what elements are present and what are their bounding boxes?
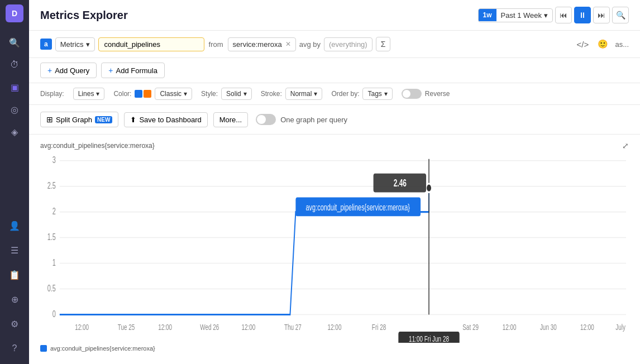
color-label: Color:	[113, 90, 131, 98]
time-label-text: Past 1 Week	[501, 11, 542, 20]
save-icon: ⬆	[130, 116, 136, 124]
stroke-group: Stroke: Normal ▾	[261, 88, 323, 100]
split-graph-icon: ⊞	[46, 115, 53, 124]
one-graph-toggle[interactable]	[256, 114, 276, 125]
order-value: Tags	[367, 90, 381, 98]
svg-text:2.46: 2.46	[394, 177, 407, 188]
sidebar-item-search[interactable]: 🔍	[4, 32, 25, 52]
header: Metrics Explorer 1w Past 1 Week ▾ ⏮ ⏸ ⏭ …	[29, 0, 640, 31]
sidebar-item-monitors[interactable]: ◎	[4, 99, 25, 119]
stroke-label: Stroke:	[261, 90, 282, 98]
sidebar-item-history[interactable]: ⏱	[4, 55, 25, 75]
svg-text:12:00: 12:00	[75, 322, 89, 332]
expand-button[interactable]: ⤢	[622, 141, 629, 150]
svg-text:12:00: 12:00	[241, 322, 255, 332]
color-select[interactable]: Classic ▾	[155, 88, 192, 100]
add-formula-button[interactable]: + Add Formula	[101, 63, 165, 78]
search-button[interactable]: 🔍	[612, 7, 629, 23]
skip-forward-button[interactable]: ⏭	[593, 7, 610, 23]
split-graph-button[interactable]: ⊞ Split Graph NEW	[40, 112, 118, 127]
sidebar-item-dashboard[interactable]: ▣	[4, 77, 25, 97]
sidebar-item-help[interactable]: ?	[4, 338, 25, 358]
add-formula-label: Add Formula	[116, 66, 157, 75]
svg-text:Fri 28: Fri 28	[372, 322, 386, 332]
filter-tag: service:meroxa ✕	[228, 37, 296, 51]
save-dashboard-button[interactable]: ⬆ Save to Dashboard	[124, 112, 207, 127]
svg-text:July: July	[615, 322, 625, 332]
lines-value: Lines	[78, 90, 94, 98]
style-select[interactable]: Solid ▾	[221, 88, 252, 100]
style-group: Style: Solid ▾	[201, 88, 252, 100]
svg-text:Sat 29: Sat 29	[462, 322, 479, 332]
svg-text:12:00: 12:00	[328, 322, 342, 332]
display-label: Display:	[40, 90, 64, 98]
order-group: Order by: Tags ▾	[331, 88, 392, 100]
svg-point-15	[426, 184, 432, 192]
from-label: from	[208, 40, 225, 49]
query-label: a	[40, 39, 52, 50]
chevron-down-icon: ▾	[314, 90, 317, 98]
avg-by-label: avg by	[299, 40, 321, 49]
order-select[interactable]: Tags ▾	[362, 88, 392, 100]
order-label: Order by:	[331, 90, 359, 98]
as-button[interactable]: as...	[615, 40, 629, 49]
time-range-selector[interactable]: 1w Past 1 Week ▾	[478, 8, 553, 22]
plus-icon: +	[108, 66, 113, 75]
code-button[interactable]: </>	[575, 36, 590, 52]
skip-back-button[interactable]: ⏮	[555, 7, 572, 23]
metric-name-input[interactable]	[98, 37, 204, 51]
logo-text: D	[12, 9, 17, 18]
query-bar: a Metrics ▾ from service:meroxa ✕ avg by…	[29, 31, 640, 58]
svg-text:0: 0	[52, 309, 56, 319]
chart-title: avg:conduit_pipelines{service:meroxa}	[40, 142, 155, 150]
svg-text:Tue 25: Tue 25	[118, 322, 135, 332]
chevron-down-icon: ▾	[184, 90, 187, 98]
sidebar-item-settings[interactable]: ⚙	[4, 314, 25, 334]
chart-area: avg:conduit_pipelines{service:meroxa} ⤢ …	[29, 135, 640, 364]
chevron-down-icon: ▾	[243, 90, 247, 98]
add-query-label: Add Query	[55, 66, 89, 75]
more-button[interactable]: More...	[213, 112, 248, 127]
action-row: + Add Query + Add Formula	[29, 58, 640, 83]
add-query-button[interactable]: + Add Query	[40, 63, 97, 78]
time-label: Past 1 Week ▾	[496, 9, 552, 22]
chevron-down-icon: ▾	[86, 40, 90, 49]
sigma-button[interactable]: Σ	[376, 37, 391, 51]
stroke-value: Normal	[290, 90, 312, 98]
sidebar-item-infrastructure[interactable]: ☰	[4, 240, 25, 260]
style-value: Solid	[226, 90, 241, 98]
pause-button[interactable]: ⏸	[574, 7, 591, 23]
avg-by-select[interactable]: (everything)	[324, 37, 372, 51]
close-icon[interactable]: ✕	[285, 40, 291, 48]
reverse-toggle[interactable]	[402, 89, 422, 99]
svg-text:12:00: 12:00	[158, 322, 172, 332]
sidebar-logo[interactable]: D	[6, 4, 23, 22]
svg-text:avg:conduit_pipelines{service:: avg:conduit_pipelines{service:meroxa}	[306, 202, 410, 212]
chart-title-bar: avg:conduit_pipelines{service:meroxa} ⤢	[40, 141, 629, 150]
svg-text:1: 1	[52, 257, 56, 268]
sidebar-item-integrations[interactable]: ⊕	[4, 289, 25, 309]
legend-area: avg:conduit_pipelines{service:meroxa}	[40, 345, 629, 352]
reverse-toggle-group: Reverse	[402, 89, 450, 99]
sidebar-item-apm[interactable]: ◈	[4, 122, 25, 142]
share-button[interactable]: 🙂	[595, 36, 610, 52]
color-box-orange	[144, 90, 151, 98]
svg-text:Jun 30: Jun 30	[540, 322, 557, 332]
avg-by-placeholder: (everything)	[329, 40, 367, 49]
stroke-select[interactable]: Normal ▾	[285, 88, 323, 100]
chevron-down-icon: ▾	[96, 90, 99, 98]
metrics-type-value: Metrics	[60, 40, 84, 49]
color-value: Classic	[160, 90, 182, 98]
lines-select[interactable]: Lines ▾	[73, 88, 105, 100]
metrics-type-select[interactable]: Metrics ▾	[55, 37, 95, 51]
svg-text:Thu 27: Thu 27	[284, 322, 302, 332]
chevron-down-icon: ▾	[384, 90, 388, 98]
filter-value: service:meroxa	[233, 40, 282, 49]
sidebar-item-logs[interactable]: 📋	[4, 265, 25, 285]
chart-svg: 3 2.5 2 1.5 1 0.5 0	[40, 155, 629, 343]
sidebar-item-team[interactable]: 👤	[4, 215, 25, 236]
svg-text:2: 2	[52, 206, 56, 217]
svg-text:3: 3	[52, 155, 56, 165]
plus-icon: +	[47, 66, 52, 75]
sidebar: D 🔍 ⏱ ▣ ◎ ◈ 👤 ☰ 📋 ⊕ ⚙ ?	[0, 0, 29, 364]
